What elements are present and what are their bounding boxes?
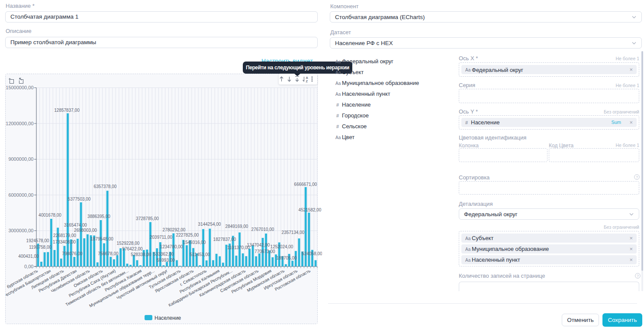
svg-text:2039711,00: 2039711,00 — [150, 235, 173, 240]
svg-text:2227825,00: 2227825,00 — [176, 233, 199, 237]
svg-text:528338,00: 528338,00 — [131, 252, 151, 257]
svg-text:1190758,00: 1190758,00 — [29, 245, 52, 250]
svg-text:?: ? — [636, 175, 638, 179]
svg-text:1879548,00: 1879548,00 — [90, 237, 113, 241]
svg-text:12000000,00: 12000000,00 — [6, 121, 33, 126]
svg-text:1347042,00: 1347042,00 — [247, 243, 270, 247]
svg-text:9000000,00: 9000000,00 — [8, 156, 33, 162]
svg-text:1924578,00: 1924578,00 — [26, 238, 49, 243]
svg-text:976422,00: 976422,00 — [122, 247, 143, 251]
svg-text:770673,00: 770673,00 — [254, 249, 275, 254]
svg-text:12857837,00: 12857837,00 — [54, 108, 80, 113]
svg-text:6000000,00: 6000000,00 — [8, 192, 33, 198]
svg-text:2357134,00: 2357134,00 — [282, 230, 305, 235]
svg-text:3728785,00: 3728785,00 — [136, 216, 159, 221]
svg-text:?: ? — [637, 273, 639, 278]
svg-text:511453,00: 511453,00 — [190, 252, 210, 257]
svg-text:6666671,00: 6666671,00 — [294, 182, 317, 187]
svg-text:4001678,00: 4001678,00 — [39, 213, 61, 218]
svg-text:1252024,00: 1252024,00 — [270, 244, 293, 249]
svg-text:798076,00: 798076,00 — [62, 251, 83, 256]
svg-text:1234780,00: 1234780,00 — [160, 244, 183, 249]
svg-text:524058,00: 524058,00 — [302, 251, 322, 256]
svg-text:756678,00: 756678,00 — [98, 251, 119, 256]
svg-text:2698003,00: 2698003,00 — [74, 228, 97, 233]
svg-text:400431,00: 400431,00 — [18, 254, 39, 259]
svg-text:6357378,00: 6357378,00 — [94, 184, 117, 189]
svg-text:2780292,00: 2780292,00 — [163, 227, 186, 232]
svg-text:1827837,00: 1827837,00 — [213, 237, 236, 242]
svg-text:15000000,00: 15000000,00 — [6, 85, 33, 90]
svg-text:Z: Z — [306, 79, 308, 83]
svg-text:189705,00: 189705,00 — [276, 256, 297, 260]
svg-text:3165474,00: 3165474,00 — [64, 223, 87, 227]
svg-text:1733408,00: 1733408,00 — [53, 240, 76, 244]
svg-text:3144254,00: 3144254,00 — [198, 222, 221, 227]
svg-text:55993,00: 55993,00 — [157, 258, 175, 263]
svg-text:3886395,00: 3886395,00 — [87, 214, 110, 219]
svg-text:Население: Население — [155, 315, 181, 321]
svg-text:2268179,00: 2268179,00 — [53, 233, 76, 238]
svg-text:1549316,00: 1549316,00 — [183, 240, 206, 245]
svg-text:533362,00: 533362,00 — [153, 252, 174, 257]
svg-text:2767010,00: 2767010,00 — [251, 227, 274, 232]
svg-text:4521582,00: 4521582,00 — [299, 208, 322, 212]
svg-text:5377503,00: 5377503,00 — [68, 197, 91, 201]
svg-text:2849169,00: 2849169,00 — [225, 224, 248, 229]
svg-text:1529228,00: 1529228,00 — [117, 241, 140, 246]
svg-text:3000000,00: 3000000,00 — [8, 228, 33, 233]
svg-text:0,00: 0,00 — [24, 264, 33, 269]
